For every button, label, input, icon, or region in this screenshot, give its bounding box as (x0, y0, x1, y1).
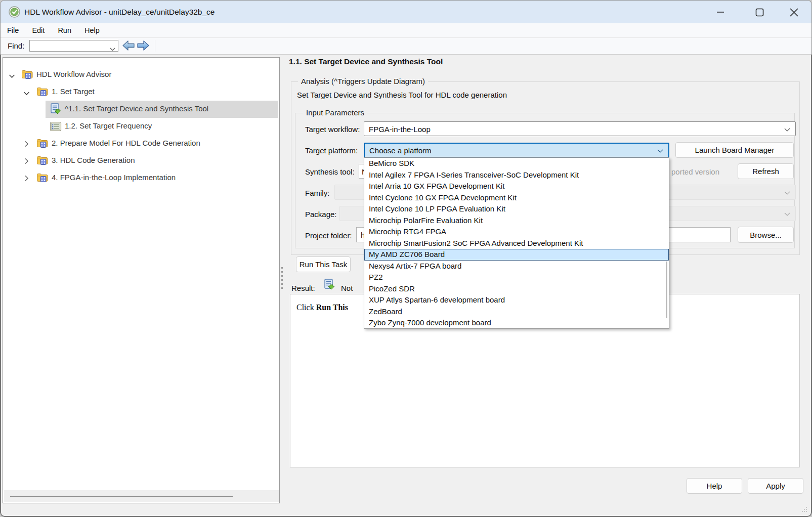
target-platform-combobox[interactable]: Choose a platform (364, 143, 669, 158)
close-button[interactable] (784, 5, 804, 20)
result-prompt-bold: Run This (316, 303, 348, 312)
result-prompt-text: Click (296, 303, 316, 312)
folder-icon (36, 138, 49, 150)
chevron-right-icon[interactable] (24, 157, 29, 166)
platform-option[interactable]: XUP Atlys Spartan-6 development board (364, 294, 669, 306)
tree-item-1-2[interactable]: 1.2. Set Target Frequency (3, 118, 279, 135)
tree-item-root[interactable]: HDL Workflow Advisor (3, 66, 279, 83)
tree-horizontal-scrollbar[interactable] (4, 490, 279, 502)
apply-button[interactable]: Apply (748, 478, 803, 494)
analysis-group-label: Analysis (^Triggers Update Diagram) (298, 77, 428, 85)
target-platform-value: Choose a platform (369, 146, 432, 155)
platform-option[interactable]: PicoZed SDR (364, 283, 669, 295)
result-status-fragment: Not (341, 284, 353, 292)
package-label: Package: (305, 210, 337, 219)
tree-item-set-target[interactable]: 1. Set Target (3, 83, 279, 101)
folder-icon (36, 86, 49, 99)
find-input[interactable] (31, 41, 109, 51)
window-title: HDL Workflow Advisor - unitDelay_ce/unit… (24, 8, 215, 17)
panel-splitter[interactable] (281, 267, 283, 289)
tree-item-2[interactable]: 2. Prepare Model For HDL Code Generation (3, 135, 279, 152)
advisor-check-icon (9, 6, 20, 18)
target-workflow-combobox[interactable]: FPGA-in-the-Loop (364, 121, 796, 136)
menubar: File Edit Run Help (1, 23, 811, 38)
menu-file[interactable]: File (1, 26, 25, 34)
platform-option[interactable]: Nexys4 Artix-7 FPGA board (364, 261, 669, 272)
chevron-down-icon[interactable] (23, 89, 30, 97)
maximize-button[interactable] (749, 5, 770, 20)
result-task-run-icon (323, 278, 336, 293)
tree-item-3[interactable]: 3. HDL Code Generation (3, 152, 279, 169)
find-combobox[interactable] (29, 40, 118, 52)
platform-option[interactable]: Microchip SmartFusion2 SoC FPGA Advanced… (364, 238, 669, 249)
minimize-button[interactable] (710, 5, 731, 20)
toolbar-separator (155, 40, 155, 52)
platform-option[interactable]: BeMicro SDK (364, 158, 669, 169)
folder-icon (36, 155, 49, 167)
platform-option-selected[interactable]: My AMD ZC706 Board (364, 249, 669, 261)
task-title: 1.1. Set Target Device and Synthesis Too… (289, 57, 443, 66)
target-workflow-value: FPGA-in-the-Loop (369, 124, 431, 133)
refresh-button[interactable]: Refresh (738, 163, 794, 179)
project-folder-label: Project folder: (305, 231, 352, 240)
task-run-icon (50, 103, 62, 117)
tree-item-label: HDL Workflow Advisor (36, 70, 111, 78)
scrollbar-thumb[interactable] (10, 496, 233, 497)
task-form-icon (50, 121, 62, 133)
target-workflow-label: Target workflow: (305, 125, 360, 134)
tree-item-label: 1.2. Set Target Frequency (65, 121, 152, 130)
run-this-task-button[interactable]: Run This Task (296, 256, 351, 272)
family-label: Family: (305, 189, 329, 197)
tree-item-1-1-selected[interactable]: ^1.1. Set Target Device and Synthesis To… (3, 101, 279, 118)
folder-icon (36, 172, 49, 185)
platform-option[interactable]: PZ2 (364, 272, 669, 283)
platform-option[interactable]: Microchip RTG4 FPGA (364, 226, 669, 238)
workflow-tree: HDL Workflow Advisor 1. Set Target (3, 57, 280, 503)
chevron-down-icon[interactable] (9, 71, 15, 80)
target-platform-dropdown-list: BeMicro SDK Intel Agilex 7 FPGA I-Series… (364, 157, 669, 329)
synthesis-tool-label: Synthesis tool: (305, 167, 355, 176)
titlebar[interactable]: HDL Workflow Advisor - unitDelay_ce/unit… (1, 1, 811, 23)
launch-board-manager-button[interactable]: Launch Board Manager (675, 142, 794, 158)
chevron-right-icon[interactable] (24, 140, 29, 149)
chevron-down-icon (784, 188, 790, 197)
chevron-down-icon (784, 209, 790, 218)
task-description: Set Target Device and Synthesis Tool for… (297, 91, 507, 99)
platform-option[interactable]: Intel Cyclone 10 GX FPGA Development Kit (364, 192, 669, 204)
hdl-workflow-advisor-window: HDL Workflow Advisor - unitDelay_ce/unit… (0, 0, 812, 517)
find-back-arrow-icon[interactable] (121, 39, 136, 52)
folder-icon (21, 69, 33, 81)
chevron-down-icon (657, 146, 663, 155)
menu-run[interactable]: Run (51, 26, 78, 34)
tree-item-label: 1. Set Target (52, 87, 95, 96)
dropdown-scrollbar-thumb[interactable] (666, 262, 667, 318)
tree-item-label: 2. Prepare Model For HDL Code Generation (52, 139, 200, 147)
platform-option[interactable]: Intel Agilex 7 FPGA I-Series Transceiver… (364, 169, 669, 181)
platform-option[interactable]: Zybo Zynq-7000 development board (364, 317, 669, 329)
tree-item-label: ^1.1. Set Target Device and Synthesis To… (65, 104, 208, 113)
find-forward-arrow-icon[interactable] (136, 39, 150, 52)
chevron-down-icon[interactable] (110, 44, 115, 53)
platform-option[interactable]: ZedBoard (364, 306, 669, 318)
tree-item-label: 4. FPGA-in-the-Loop Implementation (52, 173, 176, 182)
find-toolbar: Find: (1, 38, 811, 55)
resize-grip[interactable] (800, 505, 807, 512)
tree-item-4[interactable]: 4. FPGA-in-the-Loop Implementation (3, 169, 279, 187)
platform-option[interactable]: Intel Cyclone 10 LP FPGA Evaluation Kit (364, 203, 669, 215)
help-button[interactable]: Help (687, 478, 742, 494)
tree-item-label: 3. HDL Code Generation (52, 156, 135, 164)
browse-button[interactable]: Browse... (738, 227, 794, 243)
menu-edit[interactable]: Edit (25, 26, 51, 34)
target-platform-label: Target platform: (305, 146, 358, 155)
chevron-right-icon[interactable] (24, 175, 29, 183)
chevron-down-icon (784, 124, 790, 133)
result-label: Result: (291, 284, 315, 292)
platform-option[interactable]: Microchip PolarFire Evaluation Kit (364, 215, 669, 227)
platform-option[interactable]: Intel Arria 10 GX FPGA Development Kit (364, 181, 669, 192)
menu-help[interactable]: Help (78, 26, 106, 34)
find-label: Find: (8, 41, 24, 50)
input-parameters-label: Input Parameters (303, 108, 367, 117)
supported-version-text-fragment: ported version (671, 167, 719, 176)
